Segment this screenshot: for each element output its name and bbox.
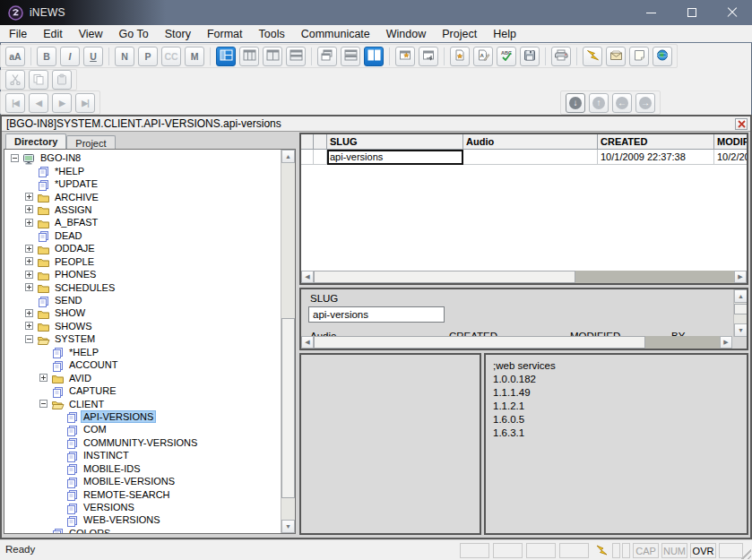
tree-item-shows[interactable]: SHOWS bbox=[5, 320, 280, 332]
tree-item-archive[interactable]: ARCHIVE bbox=[5, 190, 280, 202]
menu-item-edit[interactable]: Edit bbox=[35, 26, 71, 42]
go-last-button[interactable]: ▶| bbox=[75, 93, 95, 113]
form-scroll-thumb-h[interactable] bbox=[314, 336, 645, 349]
tree-expander-plus-icon[interactable] bbox=[25, 245, 33, 253]
tree-expander-plus-icon[interactable] bbox=[39, 374, 48, 382]
tree-item--help[interactable]: *HELP bbox=[5, 164, 280, 177]
tree-item-account[interactable]: ACCOUNT bbox=[5, 358, 280, 371]
menu-item-view[interactable]: View bbox=[71, 26, 111, 42]
form-horizontal-scrollbar[interactable]: ◀ ▶ bbox=[301, 336, 732, 349]
tree-expander-plus-icon[interactable] bbox=[25, 193, 33, 201]
story-favorite-button[interactable] bbox=[450, 47, 470, 66]
minimize-button[interactable] bbox=[631, 0, 671, 25]
tree-item-web-versions[interactable]: WEB-VERSIONS bbox=[5, 513, 280, 526]
form-vertical-scrollbar[interactable]: ▲ ▼ bbox=[733, 289, 747, 337]
tree-item-show[interactable]: SHOW bbox=[5, 306, 280, 319]
maximize-button[interactable] bbox=[671, 0, 712, 25]
menu-item-communicate[interactable]: Communicate bbox=[293, 26, 378, 42]
underline-button[interactable]: U bbox=[83, 47, 103, 66]
tree-item-colors[interactable]: COLORS bbox=[5, 527, 280, 533]
tree-item-remote-search[interactable]: REMOTE-SEARCH bbox=[5, 487, 280, 500]
menu-item-help[interactable]: Help bbox=[485, 26, 524, 42]
browse-web-button[interactable] bbox=[653, 47, 672, 66]
cascade-windows-button[interactable] bbox=[317, 47, 337, 66]
row-layout-button[interactable] bbox=[286, 47, 306, 66]
scroll-right-icon[interactable]: ▶ bbox=[734, 271, 747, 283]
grid-horizontal-scrollbar[interactable]: ◀ ▶ bbox=[301, 271, 747, 283]
menu-item-file[interactable]: File bbox=[1, 26, 35, 42]
slug-input[interactable] bbox=[308, 306, 445, 323]
paste-button[interactable] bbox=[52, 70, 72, 90]
three-column-layout-button[interactable] bbox=[239, 47, 259, 66]
grid-column-header-created[interactable]: CREATED bbox=[598, 134, 714, 150]
print-button[interactable] bbox=[551, 47, 571, 66]
tree-item-phones[interactable]: PHONES bbox=[5, 268, 280, 280]
tree-item-mobile-versions[interactable]: MOBILE-VERSIONS bbox=[5, 475, 280, 487]
tree-item-schedules[interactable]: SCHEDULES bbox=[5, 280, 280, 293]
grid-data-row[interactable]: api-versions10/1/2009 22:37:3810/2/202 bbox=[301, 150, 747, 165]
scroll-down-icon[interactable]: ▼ bbox=[281, 520, 295, 533]
grid-column-header-audio[interactable]: Audio bbox=[463, 134, 598, 150]
tree-item-a-bfast[interactable]: A_BFAST bbox=[5, 216, 280, 228]
grid-cell[interactable]: api-versions bbox=[327, 150, 463, 165]
two-column-layout-button[interactable] bbox=[263, 47, 282, 66]
tree-item-avid[interactable]: AVID bbox=[5, 371, 280, 383]
scroll-right-icon[interactable]: ▶ bbox=[720, 336, 732, 349]
bold-button[interactable]: B bbox=[37, 47, 56, 66]
machine-control-button[interactable]: M bbox=[185, 47, 204, 66]
tree-expander-minus-icon[interactable] bbox=[25, 335, 33, 343]
window-float-button[interactable] bbox=[419, 47, 438, 66]
story-proof-button[interactable]: A bbox=[473, 47, 493, 66]
tree-item-mobile-ids[interactable]: MOBILE-IDS bbox=[5, 462, 280, 475]
presenter-text-button[interactable]: P bbox=[138, 47, 158, 66]
menu-item-project[interactable]: Project bbox=[434, 26, 485, 42]
tree-expander-plus-icon[interactable] bbox=[25, 322, 33, 330]
menu-item-story[interactable]: Story bbox=[157, 26, 199, 42]
move-down-button[interactable]: ↓ bbox=[566, 93, 585, 113]
tree-item-oddaje[interactable]: ODDAJE bbox=[5, 242, 280, 254]
tree-item-com[interactable]: COM bbox=[5, 423, 280, 435]
send-flash-button[interactable] bbox=[583, 47, 602, 66]
panel-layout-button[interactable] bbox=[216, 47, 236, 66]
document-close-button[interactable] bbox=[735, 118, 748, 130]
tree-item-send[interactable]: SEND bbox=[5, 294, 280, 306]
tab-directory[interactable]: Directory bbox=[5, 134, 66, 149]
tree-expander-plus-icon[interactable] bbox=[25, 283, 33, 291]
grid-scroll-thumb[interactable] bbox=[314, 271, 575, 283]
mail-button[interactable] bbox=[606, 47, 626, 66]
grid-column-header-slug[interactable]: SLUG bbox=[327, 134, 463, 150]
tree-scroll-thumb[interactable] bbox=[281, 318, 295, 498]
grid-column-header[interactable] bbox=[314, 134, 327, 150]
menu-item-go-to[interactable]: Go To bbox=[111, 26, 157, 42]
tree-expander-minus-icon[interactable] bbox=[11, 154, 19, 162]
grid-cell[interactable] bbox=[314, 150, 327, 165]
go-first-button[interactable]: |◀ bbox=[5, 93, 25, 113]
tree-item-versions[interactable]: VERSIONS bbox=[5, 501, 280, 513]
tree-expander-plus-icon[interactable] bbox=[25, 271, 33, 279]
notes-button[interactable] bbox=[629, 47, 649, 66]
form-scroll-thumb[interactable] bbox=[734, 304, 748, 314]
tile-horizontal-button[interactable] bbox=[341, 47, 360, 66]
tree-item-dead[interactable]: DEAD bbox=[5, 229, 280, 242]
story-production-cue-panel[interactable] bbox=[299, 353, 481, 535]
tree-expander-plus-icon[interactable] bbox=[25, 219, 33, 227]
tree-item--help[interactable]: *HELP bbox=[5, 346, 280, 358]
go-previous-button[interactable]: ◀ bbox=[29, 93, 48, 113]
go-next-button[interactable]: ▶ bbox=[52, 93, 72, 113]
scroll-up-icon[interactable]: ▲ bbox=[734, 289, 748, 303]
menu-item-format[interactable]: Format bbox=[199, 26, 251, 42]
scroll-down-icon[interactable]: ▼ bbox=[734, 323, 748, 337]
scroll-up-icon[interactable]: ▲ bbox=[281, 150, 295, 163]
tree-item-community-versions[interactable]: COMMUNITY-VERSIONS bbox=[5, 436, 280, 449]
close-button[interactable] bbox=[712, 0, 752, 25]
closed-caption-button[interactable]: CC bbox=[161, 47, 181, 66]
copy-button[interactable] bbox=[29, 70, 48, 90]
move-right-button[interactable]: → bbox=[635, 93, 655, 113]
tree-item-instinct[interactable]: INSTINCT bbox=[5, 449, 280, 461]
tree-item-api-versions[interactable]: API-VERSIONS bbox=[5, 410, 280, 423]
tree-item-assign[interactable]: ASSIGN bbox=[5, 203, 280, 216]
italic-button[interactable]: I bbox=[60, 47, 80, 66]
move-left-button[interactable]: ← bbox=[612, 93, 632, 113]
grid-cell[interactable]: 10/1/2009 22:37:38 bbox=[598, 150, 714, 165]
grid-column-header[interactable] bbox=[301, 134, 314, 150]
